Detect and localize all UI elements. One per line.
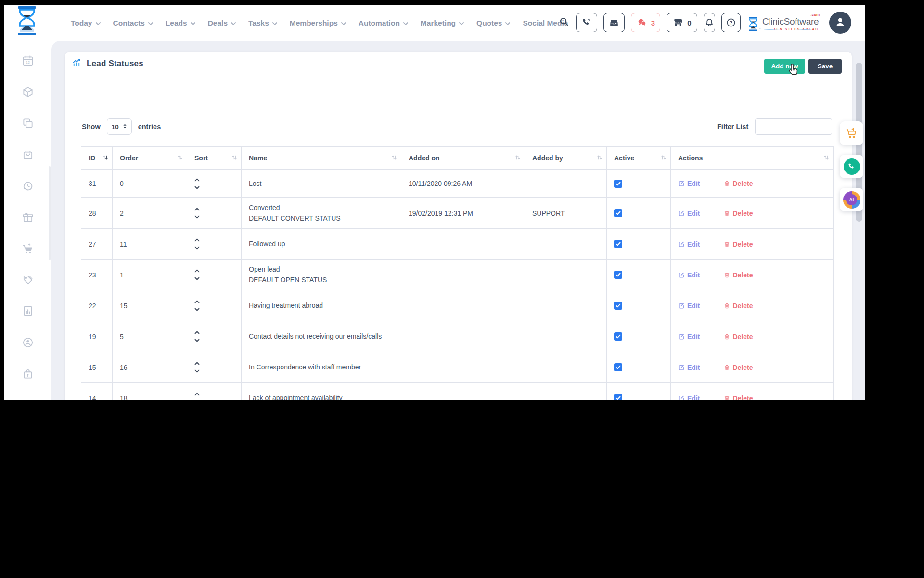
sort-down-button[interactable] bbox=[194, 246, 200, 250]
save-button[interactable]: Save bbox=[808, 59, 842, 74]
cell-sort bbox=[187, 290, 242, 321]
active-checkbox[interactable] bbox=[614, 271, 622, 279]
whatsapp-icon bbox=[844, 158, 860, 175]
sidebar-item-report[interactable] bbox=[4, 295, 51, 327]
active-checkbox[interactable] bbox=[614, 394, 622, 400]
delete-link[interactable]: Delete bbox=[724, 271, 753, 279]
column-header-added-by[interactable]: Added by bbox=[525, 147, 607, 170]
delete-link[interactable]: Delete bbox=[724, 364, 753, 371]
active-checkbox[interactable] bbox=[614, 302, 622, 310]
active-checkbox[interactable] bbox=[614, 363, 622, 371]
delete-link[interactable]: Delete bbox=[724, 240, 753, 248]
nav-item-today[interactable]: Today bbox=[71, 19, 101, 27]
edit-link[interactable]: Edit bbox=[678, 302, 700, 310]
column-header-id[interactable]: ID bbox=[81, 147, 113, 170]
inbox-button[interactable] bbox=[603, 13, 625, 32]
active-checkbox[interactable] bbox=[614, 240, 622, 248]
column-header-actions[interactable]: Actions bbox=[671, 147, 834, 170]
sidebar-item-cart[interactable] bbox=[4, 233, 51, 264]
nav-item-quotes[interactable]: Quotes bbox=[476, 19, 510, 27]
nav-item-contacts[interactable]: Contacts bbox=[113, 19, 153, 27]
sidebar-item-history[interactable] bbox=[4, 170, 51, 201]
nav-item-label: Automation bbox=[359, 19, 400, 27]
active-checkbox[interactable] bbox=[614, 332, 622, 341]
sort-up-button[interactable] bbox=[194, 362, 200, 365]
nav-item-tasks[interactable]: Tasks bbox=[248, 19, 277, 27]
search-button[interactable] bbox=[558, 13, 570, 32]
cell-order: 2 bbox=[113, 198, 187, 229]
sort-down-button[interactable] bbox=[194, 186, 200, 189]
edit-icon bbox=[678, 180, 685, 187]
cell-added-on bbox=[401, 260, 525, 290]
sidebar-item-support[interactable] bbox=[4, 327, 51, 358]
column-header-added-on[interactable]: Added on bbox=[401, 147, 525, 170]
delete-icon bbox=[724, 364, 730, 371]
brand-logo[interactable]: ClinicSoftware .com TEN STEPS AHEAD bbox=[747, 13, 823, 32]
column-header-sort[interactable]: Sort bbox=[187, 147, 242, 170]
cell-active bbox=[607, 170, 671, 198]
sort-up-button[interactable] bbox=[194, 269, 200, 273]
sort-down-button[interactable] bbox=[194, 215, 200, 219]
delete-link[interactable]: Delete bbox=[724, 210, 753, 217]
active-checkbox[interactable] bbox=[614, 209, 622, 217]
chat-button[interactable]: 3 bbox=[631, 13, 660, 32]
sort-down-button[interactable] bbox=[194, 308, 200, 311]
delete-link[interactable]: Delete bbox=[724, 302, 753, 310]
filter-input[interactable] bbox=[755, 118, 832, 135]
edit-link[interactable]: Edit bbox=[678, 394, 700, 401]
delete-link[interactable]: Delete bbox=[724, 394, 753, 401]
sort-up-button[interactable] bbox=[194, 331, 200, 334]
hourglass-logo-icon[interactable] bbox=[13, 5, 40, 36]
nav-item-memberships[interactable]: Memberships bbox=[290, 19, 346, 27]
edit-link[interactable]: Edit bbox=[678, 271, 700, 279]
column-header-name[interactable]: Name bbox=[242, 147, 401, 170]
help-button[interactable]: ? bbox=[721, 13, 741, 32]
edit-link[interactable]: Edit bbox=[678, 210, 700, 217]
whatsapp-widget-button[interactable] bbox=[840, 155, 863, 178]
sidebar-item-tags[interactable] bbox=[4, 264, 51, 295]
column-header-order[interactable]: Order bbox=[113, 147, 187, 170]
nav-item-deals[interactable]: Deals bbox=[208, 19, 236, 27]
delete-link[interactable]: Delete bbox=[724, 333, 753, 341]
sort-down-button[interactable] bbox=[194, 369, 200, 373]
edit-link[interactable]: Edit bbox=[678, 240, 700, 248]
phone-button[interactable] bbox=[576, 13, 597, 32]
active-checkbox[interactable] bbox=[614, 180, 622, 188]
entries-select[interactable]: 10 bbox=[107, 118, 132, 135]
edit-link[interactable]: Edit bbox=[678, 333, 700, 341]
filter-label: Filter List bbox=[717, 123, 748, 131]
sort-up-button[interactable] bbox=[194, 300, 200, 303]
sort-up-button[interactable] bbox=[194, 178, 200, 182]
edit-link[interactable]: Edit bbox=[678, 364, 700, 371]
ai-widget-button[interactable]: AI bbox=[840, 188, 863, 211]
cell-sort bbox=[187, 383, 242, 401]
cell-actions: EditDelete bbox=[671, 383, 834, 401]
sort-down-button[interactable] bbox=[194, 277, 200, 280]
edit-icon bbox=[678, 333, 685, 340]
store-button[interactable]: 0 bbox=[667, 13, 697, 32]
sidebar-item-shopping-bag[interactable] bbox=[4, 139, 51, 170]
nav-item-marketing[interactable]: Marketing bbox=[421, 19, 464, 27]
cell-order: 18 bbox=[113, 383, 187, 401]
sort-up-button[interactable] bbox=[194, 393, 200, 396]
sort-down-button[interactable] bbox=[194, 339, 200, 342]
sidebar-scrollbar[interactable] bbox=[49, 166, 51, 260]
cell-sort bbox=[187, 321, 242, 352]
sidebar-item-package[interactable] bbox=[4, 76, 51, 107]
edit-icon bbox=[678, 364, 685, 371]
sort-up-button[interactable] bbox=[194, 208, 200, 211]
sidebar-item-copy[interactable] bbox=[4, 107, 51, 139]
column-header-active[interactable]: Active bbox=[607, 147, 671, 170]
sidebar-item-calendar[interactable]: 12 bbox=[4, 45, 51, 76]
edit-link[interactable]: Edit bbox=[678, 180, 700, 187]
user-avatar[interactable] bbox=[829, 12, 851, 34]
notifications-button[interactable] bbox=[704, 13, 715, 32]
sidebar-item-gift[interactable] bbox=[4, 201, 51, 233]
nav-item-leads[interactable]: Leads bbox=[166, 19, 195, 27]
nav-item-automation[interactable]: Automation bbox=[359, 19, 408, 27]
delete-link[interactable]: Delete bbox=[724, 180, 753, 187]
add-new-button[interactable]: Add new bbox=[764, 59, 805, 74]
cart-widget-button[interactable] bbox=[840, 121, 863, 145]
sort-up-button[interactable] bbox=[194, 238, 200, 242]
sidebar-item-lock[interactable] bbox=[4, 358, 51, 389]
